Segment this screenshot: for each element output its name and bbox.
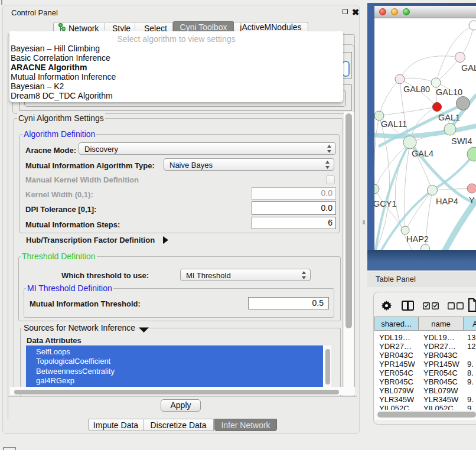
- svg-text:HAP2: HAP2: [406, 234, 429, 244]
- svg-text:GAL8: GAL8: [461, 63, 476, 73]
- svg-text:GAL11: GAL11: [381, 119, 407, 129]
- svg-text:Y: Y: [469, 195, 475, 205]
- svg-text:GAL4: GAL4: [412, 149, 433, 158]
- svg-text:GAL80: GAL80: [403, 84, 430, 94]
- svg-text:GAL10: GAL10: [436, 87, 462, 97]
- svg-text:GCY1: GCY1: [374, 199, 397, 208]
- svg-text:HAP4: HAP4: [436, 197, 458, 206]
- svg-text:GAL1: GAL1: [438, 113, 460, 122]
- svg-text:SWI4: SWI4: [451, 136, 472, 146]
